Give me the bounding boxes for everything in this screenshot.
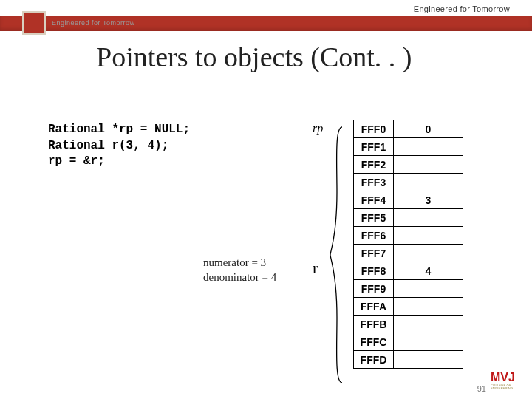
memory-address-cell: FFF6 <box>354 227 394 245</box>
footer-logo-sub2: ENGINEERING <box>491 387 523 390</box>
page-title: Pointers to objects (Cont. . ) <box>96 41 412 73</box>
memory-value-cell: 3 <box>394 191 463 209</box>
code-line: rp = &r; <box>48 154 105 168</box>
memory-value-cell: 0 <box>394 120 463 138</box>
label-rp: rp <box>313 122 323 135</box>
memory-value-cell <box>394 156 463 174</box>
table-row: FFFC <box>354 333 463 351</box>
memory-value-cell <box>394 298 463 316</box>
page-number: 91 <box>477 384 486 393</box>
annotation-block: numerator = 3 denominator = 4 <box>203 255 276 285</box>
memory-table: FFF00FFF1FFF2FFF3FFF43FFF5FFF6FFF7FFF84F… <box>353 120 463 369</box>
memory-value-cell <box>394 138 463 156</box>
memory-value-cell <box>394 351 463 369</box>
memory-address-cell: FFF3 <box>354 174 394 191</box>
code-line: Rational r(3, 4); <box>48 139 168 152</box>
code-block: Rational *rp = NULL; Rational r(3, 4); r… <box>48 122 190 170</box>
table-row: FFF6 <box>354 227 463 245</box>
table-row: FFFD <box>354 351 463 369</box>
memory-value-cell: 4 <box>394 262 463 280</box>
memory-value-cell <box>394 209 463 227</box>
memory-address-cell: FFF7 <box>354 245 394 262</box>
slide: Engineered for Tomorrow Engineered for T… <box>0 0 532 399</box>
table-row: FFF5 <box>354 209 463 227</box>
table-row: FFF2 <box>354 156 463 174</box>
corner-ornament <box>22 11 46 35</box>
table-row: FFF43 <box>354 191 463 209</box>
footer-logo-main: MVJ <box>491 371 515 383</box>
memory-value-cell <box>394 245 463 262</box>
memory-address-cell: FFF4 <box>354 191 394 209</box>
memory-value-cell <box>394 333 463 351</box>
table-row: FFF00 <box>354 120 463 138</box>
memory-address-cell: FFFC <box>354 333 394 351</box>
table-row: FFF3 <box>354 174 463 191</box>
curly-brace-icon <box>329 126 345 384</box>
table-row: FFF84 <box>354 262 463 280</box>
footer-logo: MVJ COLLEGE OF ENGINEERING <box>491 371 523 393</box>
memory-value-cell <box>394 316 463 333</box>
table-row: FFFB <box>354 316 463 333</box>
memory-address-cell: FFFD <box>354 351 394 369</box>
memory-table-body: FFF00FFF1FFF2FFF3FFF43FFF5FFF6FFF7FFF84F… <box>354 120 463 369</box>
memory-value-cell <box>394 174 463 191</box>
memory-address-cell: FFFB <box>354 316 394 333</box>
memory-address-cell: FFF9 <box>354 280 394 298</box>
tagline: Engineered for Tomorrow <box>414 4 510 13</box>
memory-address-cell: FFFA <box>354 298 394 316</box>
memory-address-cell: FFF1 <box>354 138 394 156</box>
code-line: Rational *rp = NULL; <box>48 123 190 136</box>
table-row: FFF1 <box>354 138 463 156</box>
memory-value-cell <box>394 280 463 298</box>
annotation-numerator: numerator = 3 <box>203 255 276 270</box>
memory-address-cell: FFF5 <box>354 209 394 227</box>
annotation-denominator: denominator = 4 <box>203 270 276 284</box>
table-row: FFF9 <box>354 280 463 298</box>
memory-value-cell <box>394 227 463 245</box>
label-r: r <box>313 259 318 278</box>
table-row: FFFA <box>354 298 463 316</box>
logo-strip-text: Engineered for Tomorrow <box>52 19 170 30</box>
memory-address-cell: FFF2 <box>354 156 394 174</box>
table-row: FFF7 <box>354 245 463 262</box>
memory-address-cell: FFF8 <box>354 262 394 280</box>
memory-address-cell: FFF0 <box>354 120 394 138</box>
